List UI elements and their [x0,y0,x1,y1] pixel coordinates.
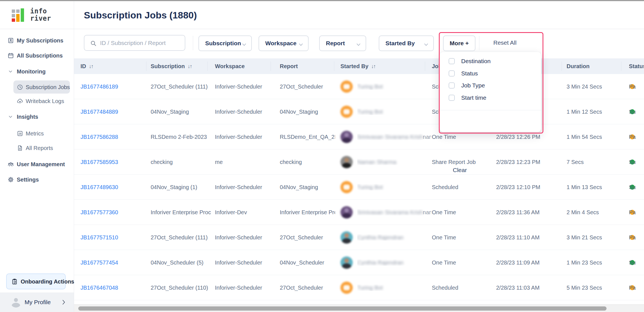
cell-id[interactable]: JB1677577360 [80,209,118,215]
checkbox[interactable] [449,58,455,64]
cell-status: Su [629,159,636,165]
cell-report: RLSDemo_Ent_QA_2Feb [280,134,335,140]
cell-started_by: Turing Bot [357,284,431,291]
sidebar-item-all-reports[interactable]: All Reports [0,142,74,154]
sidebar-item-settings[interactable]: Settings [0,173,74,186]
filter-dropdown-report[interactable]: Report [319,35,366,51]
cell-report: 04Nov_Staging [280,184,335,190]
table-row: JB167748618927Oct_Scheduler (111)Inforiv… [74,74,644,99]
cell-job_type: One Time [432,134,492,140]
reset-all-button[interactable]: Reset All [493,39,517,46]
column-header-started_by[interactable]: Started By↓↑ [340,63,375,70]
metrics-icon [17,130,23,137]
cell-id[interactable]: JB1677486189 [80,83,118,90]
table-row: JB167748963004Nov_Staging (1)Inforiver-S… [74,175,644,200]
cell-id[interactable]: JB1677586288 [80,134,118,140]
cell-id[interactable]: JB1677585953 [80,159,118,165]
cell-report: 27Oct_Scheduler [280,83,335,90]
sort-arrows-icon[interactable]: ↓↑ [188,63,192,69]
cell-id[interactable]: JB1677484889 [80,108,118,115]
sort-arrows-icon[interactable]: ↓↑ [371,63,375,69]
cell-workspace: Inforiver-Scheduler [215,83,277,90]
clear-button[interactable]: Clear [453,167,467,173]
cell-report: 27Oct_Scheduler [280,234,335,240]
cell-duration: 1 Min 12 Secs [567,108,625,115]
cell-start_time: 2/28/23 11:10 AM [496,234,562,240]
user-avatar [340,256,353,269]
user-avatar [340,206,353,218]
more-menu-option-job-type[interactable]: Job Type [440,79,541,92]
cell-job_type: Scheduled [432,284,492,291]
checkbox[interactable] [449,95,455,101]
logo-text: inforiver [30,8,51,22]
more-menu-option-destination[interactable]: Destination [440,55,541,67]
cell-id[interactable]: JB1676467048 [80,284,118,291]
sidebar-item-label: Subscription Jobs [26,84,70,90]
sidebar-item-all-subscriptions[interactable]: All Subscriptions [0,49,74,62]
search-input[interactable] [100,36,181,50]
more-menu-option-start-time[interactable]: Start time [440,92,541,104]
header-divider [0,29,644,29]
filter-dropdown-label: Workspace [265,40,297,47]
cell-id[interactable]: JB1677571510 [80,234,118,240]
cell-subscription: 27Oct_Scheduler (110) [151,284,214,291]
cell-workspace: Inforiver-Scheduler [215,134,277,140]
user-avatar [340,282,353,294]
my-profile-bar[interactable]: My Profile [0,292,74,312]
filter-dropdown-started-by[interactable]: Started By [379,35,434,51]
cell-start_time: 2/28/23 11:03 AM [496,284,562,291]
horizontal-scrollbar[interactable] [74,304,644,312]
search-icon [90,40,97,47]
cell-workspace: Inforiver-Scheduler [215,234,277,240]
chevron-down-icon [424,42,428,45]
sidebar-item-monitoring[interactable]: Monitoring [0,65,74,78]
onboarding-actions-button[interactable]: Onboarding Actions [6,273,66,289]
user-avatar [340,80,353,93]
checkbox[interactable] [449,82,455,89]
cloud-upload-icon [17,98,23,104]
sidebar-item-insights[interactable]: Insights [0,111,74,123]
cell-report: 04Nov_Scheduler [280,259,335,266]
cell-job_type: One Time [432,234,492,240]
sidebar-item-label: All Reports [26,145,53,151]
sidebar-item-writeback-logs[interactable]: Writeback Logs [0,95,74,107]
more-menu-option-status[interactable]: Status [440,67,541,80]
table-row: JB167748488904Nov_StagingInforiver-Sched… [74,99,644,124]
column-header-id[interactable]: ID↓↑ [80,63,93,70]
cell-id[interactable]: JB1677489630 [80,184,118,190]
horizontal-scrollbar-thumb[interactable] [78,306,607,311]
column-header-status: Status [629,63,644,70]
cell-start_time: 2/28/23 12:10 PM [496,184,562,190]
more-menu-option-label: Start time [461,94,486,101]
calendar-icon [8,53,14,59]
filter-dropdown-workspace[interactable]: Workspace [259,35,309,51]
more-filters-button[interactable]: More + [443,35,475,51]
sidebar-item-subscription-jobs[interactable]: Subscription Jobs [0,80,74,94]
avatar [11,297,21,308]
sidebar-item-label: Insights [17,114,38,120]
table-row: JB167757745404Nov_Scheduler (5)Inforiver… [74,250,644,275]
cell-workspace: Inforiver-Scheduler [215,184,277,190]
sidebar-item-label: Writeback Logs [26,98,64,104]
filter-dropdown-subscription[interactable]: Subscription [198,35,252,51]
sidebar-item-metrics[interactable]: Metrics [0,127,74,140]
cell-id[interactable]: JB1677577454 [80,259,118,266]
column-header-subscription[interactable]: Subscription↓↑ [151,63,192,70]
cell-subscription: 04Nov_Staging [151,108,214,115]
chevron-right-icon [62,299,65,305]
cell-status: Pa [629,234,636,240]
cell-subscription: RLSDemo 2-Feb-2023 [151,134,214,140]
search-box [84,35,185,51]
cell-started_by: Naman Sharma [357,159,431,165]
user-avatar [340,156,353,168]
inforiver-logo: inforiver [12,7,70,23]
checkbox[interactable] [449,70,455,77]
column-separator [621,61,621,71]
sidebar-item-user-management[interactable]: User Management [0,158,74,170]
column-separator [425,61,425,71]
cell-report: Inforiver Enterprise Proc [280,209,335,215]
column-separator [207,61,208,71]
sort-arrows-icon[interactable]: ↓↑ [89,63,93,69]
cell-duration: 2 Min 4 Secs [567,209,625,215]
sidebar-item-my-subscriptions[interactable]: My Subscriptions [0,34,74,47]
